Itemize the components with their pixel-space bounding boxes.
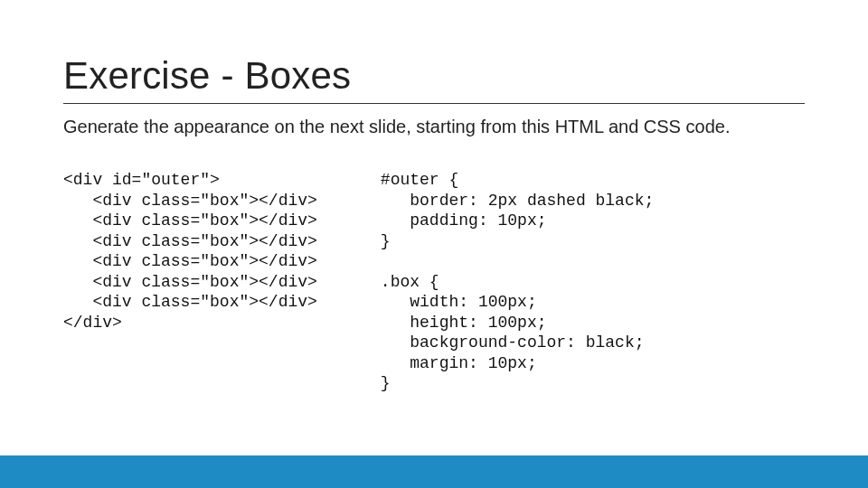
subtitle: Generate the appearance on the next slid… (63, 117, 805, 137)
code-columns: <div id="outer"> <div class="box"></div>… (63, 170, 805, 394)
page-title: Exercise - Boxes (63, 54, 805, 98)
css-code-block: #outer { border: 2px dashed black; paddi… (381, 170, 654, 394)
slide: Exercise - Boxes Generate the appearance… (0, 0, 868, 488)
footer-accent-bar (0, 455, 868, 488)
title-rule (63, 103, 805, 104)
html-code-block: <div id="outer"> <div class="box"></div>… (63, 170, 317, 394)
